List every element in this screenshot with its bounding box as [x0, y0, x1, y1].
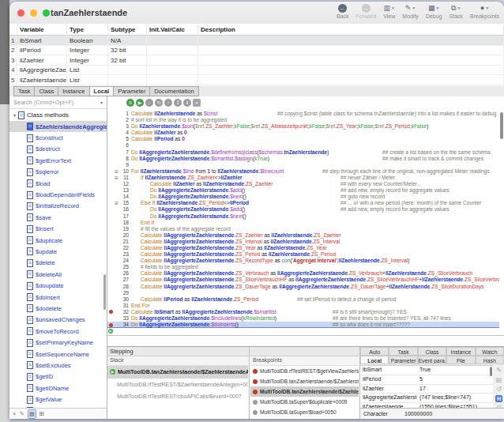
table-cell[interactable]: liZaehler — [17, 55, 67, 66]
tab-documentation[interactable]: Documentation — [150, 86, 198, 96]
code-line-24[interactable]: 24Calculate llAggregierteZaehlerstaende.… — [107, 258, 499, 264]
watch-tab-auto[interactable]: Auto — [360, 347, 389, 356]
watch-tab-file[interactable]: File — [446, 356, 475, 364]
watch-row[interactable]: llAggregierteZaehlerst(747 lines;$line=7… — [360, 394, 493, 403]
code-line-11[interactable]: ⊟11If llZaehlerstaende.ZS_Zaehler<>liZae… — [107, 175, 499, 181]
modify-button[interactable]: ✎▼Modify — [402, 3, 419, 19]
forward-button[interactable]: →Forward — [356, 3, 377, 19]
code-line-5[interactable]: 5Calculate liPeriod as 0 — [107, 136, 499, 142]
threads-icon[interactable]: ≡ — [126, 99, 134, 107]
step-over-icon[interactable]: ↻ — [155, 99, 163, 107]
watch-tab-task[interactable]: Task — [389, 347, 417, 356]
fold-toggle[interactable]: ⊟ — [114, 200, 120, 206]
run-to-cursor-icon[interactable]: ↧ — [174, 99, 182, 107]
sidebar-item-insert[interactable]: $insert — [9, 224, 107, 235]
debug-button[interactable]: ▦▼Debug — [426, 3, 442, 19]
pause-icon[interactable]: ‖ — [183, 99, 191, 107]
table-cell[interactable]: liPeriod — [17, 46, 67, 56]
code-line-1[interactable]: 1Calculate llZaehlerstaende as $cinst## … — [107, 111, 499, 117]
code-line-22[interactable]: 22Calculate llAggregierteZaehlerstaende.… — [107, 245, 499, 251]
table-cell[interactable] — [147, 36, 198, 46]
sidebar-item-getIDName[interactable]: $getIDName — [9, 382, 107, 394]
close-icon[interactable]: × — [13, 410, 16, 418]
sidebar-item-doupdate[interactable]: $doupdate — [9, 280, 107, 291]
editor-scrollbar[interactable] — [500, 112, 503, 139]
code-line-30[interactable]: 30Calculate liPeriod as llZaehlerstaende… — [107, 296, 499, 303]
table-cell[interactable] — [147, 66, 198, 76]
sidebar-item-destruct[interactable]: $destruct — [9, 144, 107, 155]
tab-local[interactable]: Local — [90, 86, 115, 96]
sidebar-item-delete[interactable]: $delete — [9, 258, 107, 269]
code-line-12[interactable]: 12Calculate liZaehler as llZaehlerstaend… — [107, 181, 499, 187]
code-line-3[interactable]: 3Do llZaehlerstaende.$sort($ref.ZS_Zaehl… — [107, 123, 499, 130]
sidebar-item-load[interactable]: $load — [9, 178, 107, 189]
breakpoint-row[interactable]: MultiToolDB.rfTestREST/$getViewZaehlerst… — [250, 366, 359, 376]
breakpoints-button[interactable]: ●▼Breakpoints — [470, 3, 499, 19]
code-line-13[interactable]: 13Do llAggregierteZaehlerstaende.$add()#… — [107, 187, 499, 194]
sidebar-item-doinsert[interactable]: $doinsert — [9, 292, 107, 303]
breakpoint-row[interactable]: MultiToolDB.taSuper/$duplicate+0009 — [250, 397, 359, 407]
watch-row[interactable]: liPeriod5 — [360, 375, 493, 385]
code-line-32[interactable]: 32Calculate lbSmart as llAggregierteZaeh… — [107, 309, 499, 315]
code-line-29[interactable]: 29 — [107, 290, 499, 296]
table-cell[interactable] — [108, 75, 147, 85]
table-cell[interactable] — [108, 66, 147, 76]
stack-frame[interactable]: ▶MultiToolDB.tanZaehlerstaende/$Zaehlers… — [107, 366, 248, 379]
watch-scrollbar[interactable] — [490, 367, 492, 376]
step-out-icon[interactable]: ↑ — [164, 99, 172, 107]
code-line-8[interactable]: 8Do llAggregierteZaehlerstaende.$smartli… — [107, 156, 499, 162]
disclosure-triangle-icon[interactable]: ▾ — [13, 112, 16, 118]
sidebar-item-save[interactable]: $save — [9, 212, 107, 223]
sidebar-item-getID[interactable]: $getID — [9, 371, 107, 382]
code-line-19[interactable]: 19# fill the values of the aggregate rec… — [107, 226, 499, 232]
sidebar-item-setSequenceName[interactable]: $setSequenceName — [9, 349, 107, 360]
table-cell[interactable] — [147, 75, 198, 85]
tab-instance[interactable]: Instance — [58, 86, 89, 96]
go-icon[interactable]: ▶ — [136, 99, 144, 107]
sidebar-item-construct[interactable]: $construct — [9, 132, 107, 143]
sidebar-scrollbar[interactable] — [103, 274, 106, 310]
watch-tab-parameter[interactable]: Parameter — [389, 356, 417, 364]
refresh-icon[interactable]: ↺ — [496, 386, 502, 393]
save-icon[interactable]: ▤ — [496, 376, 502, 383]
breakpoint-dot-icon[interactable] — [253, 379, 258, 384]
table-cell[interactable]: N/A — [108, 36, 147, 46]
breakpoint-row[interactable]: MultiToolDB.taSuper/$load+0050 — [250, 407, 359, 417]
close-window-icon[interactable] — [17, 9, 24, 17]
watch-tab-instance[interactable]: Instance — [446, 347, 475, 356]
sidebar-item-loadDependantFields[interactable]: $loadDependantFields — [9, 189, 107, 200]
gutter-breakpoint[interactable]: ▶ — [107, 329, 114, 333]
fold-toggle[interactable]: ⊟ — [114, 168, 120, 175]
hex-icon[interactable]: H — [495, 395, 502, 402]
table-cell[interactable] — [198, 66, 504, 76]
table-cell[interactable]: llZaehlerstaende — [17, 75, 67, 85]
table-cell[interactable] — [198, 36, 504, 46]
table-cell[interactable]: List — [67, 66, 108, 76]
breakpoint-icon[interactable] — [109, 323, 113, 327]
tab-parameter[interactable]: Parameter — [114, 86, 150, 96]
code-line-6[interactable]: 6 — [107, 142, 499, 149]
sidebar-item-dodelete[interactable]: $dodelete — [9, 303, 107, 314]
code-line-17[interactable]: 17Do llAggregierteZaehlerstaende.$next() — [107, 213, 499, 220]
sidebar-item-ZaehlerstaendeAggregier[interactable]: $ZaehlerstaendeAggregier — [9, 121, 107, 132]
code-line-9[interactable]: 9 — [107, 162, 499, 168]
table-cell[interactable]: Integer — [67, 46, 108, 56]
watch-tab-hash[interactable]: Hash — [476, 356, 504, 364]
code-line-27[interactable]: 27Calculate llAggregierteZaehlerstaende.… — [107, 277, 499, 283]
breakpoint-row[interactable]: MultiToolDB.tanZaehlerstaende/$Zaehlerst… — [250, 376, 359, 386]
breakpoint-dot-icon[interactable] — [253, 369, 258, 374]
watch-row[interactable]: liZaehler17 — [360, 385, 493, 394]
edit-icon[interactable]: ✎ — [496, 367, 502, 374]
code-line[interactable]: ▶ — [107, 328, 499, 334]
stack-frame[interactable]: MultiToolDB.rfTestREST/$ZaehlerstaendeAn… — [107, 379, 248, 391]
sidebar-item-unsavedChanges[interactable]: $unsavedChanges — [9, 315, 107, 326]
breakpoint-icon[interactable] — [109, 310, 113, 314]
table-cell[interactable]: 32 bit — [108, 46, 147, 56]
breakpoint-row[interactable]: MultiToolDB.taSuper/$moveToRecord+0027 — [250, 417, 359, 419]
code-line-26[interactable]: 26Calculate llAggregierteZaehlerstaende.… — [107, 270, 499, 277]
stack-frame[interactable]: MultiToolDB.rfTestREST/cboAPICalls/$even… — [107, 390, 248, 403]
table-cell[interactable]: 32 bit — [108, 55, 147, 66]
code-line-34[interactable]: 34Do llAggregierteZaehlerstaende.$doinse… — [107, 322, 499, 328]
grid-icon[interactable]: ▦ — [28, 409, 36, 419]
table-cell[interactable]: List — [67, 75, 108, 85]
